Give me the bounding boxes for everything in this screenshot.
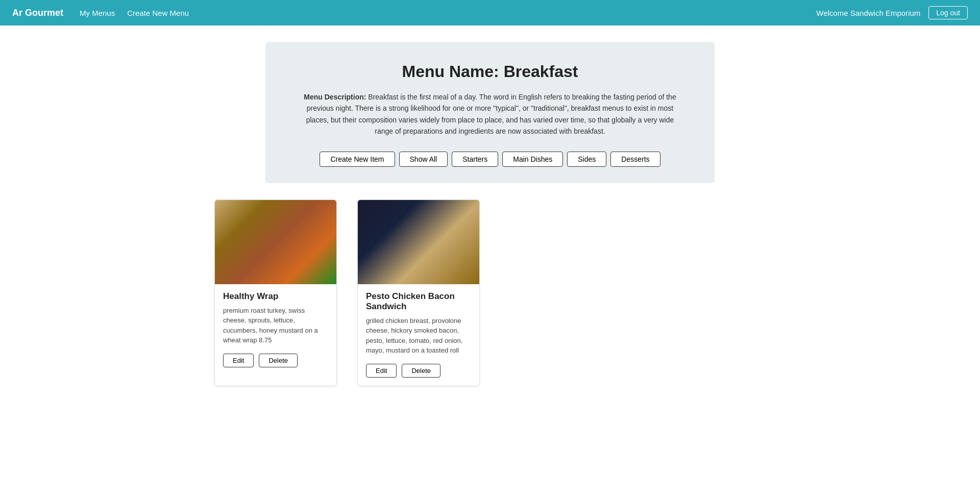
menu-description: Menu Description: Breakfast is the first…	[296, 91, 684, 137]
menu-desc-label: Menu Description:	[304, 93, 366, 101]
desserts-button[interactable]: Desserts	[610, 152, 660, 167]
menu-panel: Menu Name: Breakfast Menu Description: B…	[265, 42, 715, 183]
show-all-button[interactable]: Show All	[399, 152, 448, 167]
card-image-pesto-chicken	[358, 200, 479, 284]
filter-buttons: Create New Item Show All Starters Main D…	[296, 152, 684, 167]
card-actions-pesto-chicken: Edit Delete	[366, 364, 471, 378]
card-pesto-chicken: Pesto Chicken Bacon Sandwich grilled chi…	[357, 199, 480, 386]
card-actions-healthy-wrap: Edit Delete	[223, 354, 328, 367]
edit-pesto-chicken-button[interactable]: Edit	[366, 364, 397, 378]
nav-links: My Menus Create New Menu	[80, 9, 189, 17]
nav-create-new-menu[interactable]: Create New Menu	[127, 9, 189, 17]
starters-button[interactable]: Starters	[452, 152, 498, 167]
card-healthy-wrap: Healthy Wrap premium roast turkey, swiss…	[214, 199, 337, 386]
nav-my-menus[interactable]: My Menus	[80, 9, 115, 17]
navbar: Ar Gourmet My Menus Create New Menu Welc…	[0, 0, 980, 26]
delete-healthy-wrap-button[interactable]: Delete	[259, 354, 298, 367]
cards-area: Healthy Wrap premium roast turkey, swiss…	[184, 199, 796, 407]
card-desc-pesto-chicken: grilled chicken breast, provolone cheese…	[366, 316, 471, 356]
nav-welcome: Welcome Sandwich Emporium	[816, 9, 920, 17]
nav-brand[interactable]: Ar Gourmet	[12, 8, 63, 18]
card-title-pesto-chicken: Pesto Chicken Bacon Sandwich	[366, 291, 471, 312]
nav-right: Welcome Sandwich Emporium Log out	[816, 6, 968, 19]
card-body-pesto-chicken: Pesto Chicken Bacon Sandwich grilled chi…	[358, 284, 479, 386]
card-desc-healthy-wrap: premium roast turkey, swiss cheese, spro…	[223, 306, 328, 345]
card-body-healthy-wrap: Healthy Wrap premium roast turkey, swiss…	[215, 284, 336, 376]
logout-button[interactable]: Log out	[928, 6, 968, 19]
create-new-item-button[interactable]: Create New Item	[320, 152, 395, 167]
edit-healthy-wrap-button[interactable]: Edit	[223, 354, 254, 367]
delete-pesto-chicken-button[interactable]: Delete	[402, 364, 440, 378]
card-title-healthy-wrap: Healthy Wrap	[223, 291, 328, 302]
card-image-healthy-wrap	[215, 200, 336, 284]
sides-button[interactable]: Sides	[567, 152, 606, 167]
main-dishes-button[interactable]: Main Dishes	[502, 152, 563, 167]
menu-title: Menu Name: Breakfast	[296, 62, 684, 81]
